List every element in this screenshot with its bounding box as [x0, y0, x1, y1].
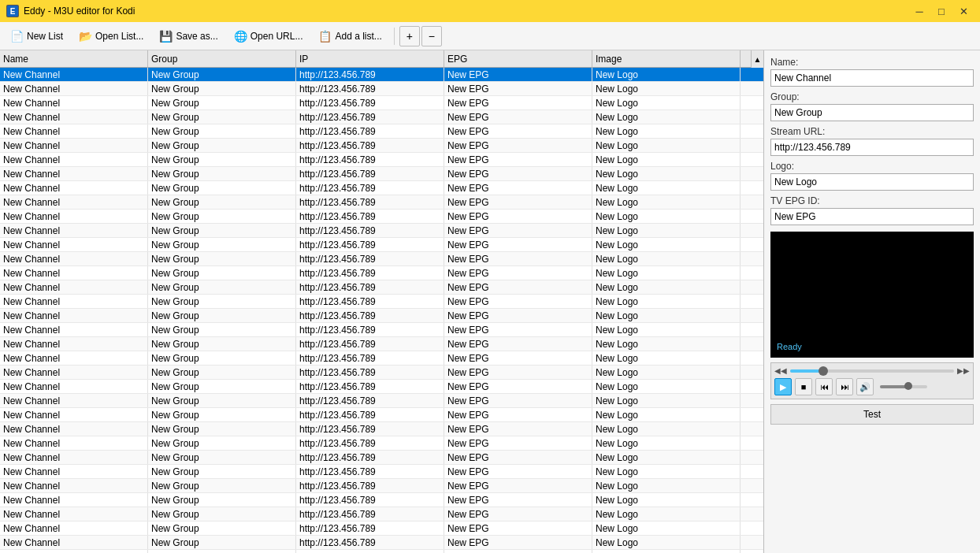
table-cell: New Channel [0, 124, 148, 138]
col-header-name[interactable]: Name [0, 50, 148, 67]
table-cell: New Logo [592, 337, 741, 351]
save-as-button[interactable]: 💾 Save as... [152, 25, 225, 47]
table-row[interactable]: New ChannelNew Grouphttp://123.456.789Ne… [0, 394, 763, 408]
table-cell: New Channel [0, 507, 148, 521]
remove-row-button[interactable]: − [421, 26, 442, 46]
table-row[interactable]: New ChannelNew Grouphttp://123.456.789Ne… [0, 366, 763, 380]
table-row[interactable]: New ChannelNew Grouphttp://123.456.789Ne… [0, 238, 763, 252]
table-cell: New Group [148, 224, 296, 237]
table-row[interactable]: New ChannelNew Grouphttp://123.456.789Ne… [0, 436, 763, 451]
table-row[interactable]: New ChannelNew Grouphttp://123.456.789Ne… [0, 82, 763, 96]
table-row[interactable]: New ChannelNew Grouphttp://123.456.789Ne… [0, 181, 763, 195]
test-button[interactable]: Test [770, 404, 974, 425]
table-cell: New Group [148, 507, 296, 521]
table-row[interactable]: New ChannelNew Grouphttp://123.456.789Ne… [0, 309, 763, 323]
table-row[interactable]: New ChannelNew Grouphttp://123.456.789Ne… [0, 323, 763, 337]
sort-button[interactable]: ▲ [751, 50, 763, 68]
table-row[interactable]: New ChannelNew Grouphttp://123.456.789Ne… [0, 507, 763, 521]
table-row[interactable]: New ChannelNew Grouphttp://123.456.789Ne… [0, 536, 763, 550]
tv-epg-label: TV EPG ID: [770, 195, 974, 206]
new-list-button[interactable]: 📄 New List [3, 25, 70, 47]
table-cell: New Group [148, 422, 296, 436]
stream-url-input[interactable] [770, 139, 974, 156]
group-input[interactable] [770, 104, 974, 121]
add-row-button[interactable]: + [399, 26, 420, 46]
name-input[interactable] [770, 69, 974, 87]
col-header-epg[interactable]: EPG [444, 50, 592, 67]
table-cell: New EPG [444, 451, 592, 464]
table-row[interactable]: New ChannelNew Grouphttp://123.456.789Ne… [0, 521, 763, 536]
table-row[interactable]: New ChannelNew Grouphttp://123.456.789Ne… [0, 210, 763, 224]
table-row[interactable]: New ChannelNew Grouphttp://123.456.789Ne… [0, 280, 763, 295]
table-cell: New Group [148, 493, 296, 507]
table-row[interactable]: New ChannelNew Grouphttp://123.456.789Ne… [0, 550, 763, 553]
table-cell: New Group [148, 280, 296, 294]
table-cell: New EPG [444, 436, 592, 450]
table-row[interactable]: New ChannelNew Grouphttp://123.456.789Ne… [0, 451, 763, 465]
table-cell: New Group [148, 96, 296, 109]
table-cell: New Group [148, 465, 296, 478]
volume-button[interactable]: 🔊 [856, 378, 874, 395]
table-cell: New Logo [592, 252, 741, 265]
add-list-icon: 📋 [318, 30, 332, 43]
progress-track[interactable] [790, 369, 954, 373]
table-row[interactable]: New ChannelNew Grouphttp://123.456.789Ne… [0, 295, 763, 309]
next-button[interactable]: ⏭ [836, 378, 853, 395]
table-cell: New EPG [444, 68, 592, 81]
table-row[interactable]: New ChannelNew Grouphttp://123.456.789Ne… [0, 422, 763, 436]
table-row[interactable]: New ChannelNew Grouphttp://123.456.789Ne… [0, 479, 763, 493]
tv-epg-input[interactable] [770, 208, 974, 225]
table-cell: New Channel [0, 451, 148, 464]
table-cell: New EPG [444, 124, 592, 138]
table-body[interactable]: New ChannelNew Grouphttp://123.456.789Ne… [0, 68, 763, 553]
col-header-ip[interactable]: IP [296, 50, 444, 67]
table-cell: New Channel [0, 266, 148, 280]
table-cell: http://123.456.789 [296, 195, 444, 209]
table-row[interactable]: New ChannelNew Grouphttp://123.456.789Ne… [0, 167, 763, 181]
logo-input[interactable] [770, 173, 974, 191]
table-row[interactable]: New ChannelNew Grouphttp://123.456.789Ne… [0, 139, 763, 153]
table-row[interactable]: New ChannelNew Grouphttp://123.456.789Ne… [0, 465, 763, 479]
col-header-image[interactable]: Image [592, 50, 741, 67]
table-row[interactable]: New ChannelNew Grouphttp://123.456.789Ne… [0, 493, 763, 507]
table-cell: New Group [148, 124, 296, 138]
volume-track[interactable] [880, 385, 927, 388]
table-cell: http://123.456.789 [296, 266, 444, 280]
add-list-button[interactable]: 📋 Add a list... [311, 25, 388, 47]
open-url-button[interactable]: 🌐 Open URL... [227, 25, 310, 47]
minimize-button[interactable]: ─ [909, 3, 930, 19]
table-cell: New Group [148, 167, 296, 180]
table-cell: New EPG [444, 96, 592, 109]
window-controls: ─ □ ✕ [909, 3, 974, 19]
open-list-button[interactable]: 📂 Open List... [72, 25, 150, 47]
table-row[interactable]: New ChannelNew Grouphttp://123.456.789Ne… [0, 96, 763, 110]
table-cell: http://123.456.789 [296, 167, 444, 180]
table-row[interactable]: New ChannelNew Grouphttp://123.456.789Ne… [0, 252, 763, 266]
table-row[interactable]: New ChannelNew Grouphttp://123.456.789Ne… [0, 68, 763, 82]
prev-button[interactable]: ⏮ [815, 378, 833, 395]
table-row[interactable]: New ChannelNew Grouphttp://123.456.789Ne… [0, 153, 763, 167]
table-row[interactable]: New ChannelNew Grouphttp://123.456.789Ne… [0, 380, 763, 394]
play-button[interactable]: ▶ [774, 378, 792, 395]
table-cell: New EPG [444, 82, 592, 95]
table-cell: http://123.456.789 [296, 550, 444, 553]
table-row[interactable]: New ChannelNew Grouphttp://123.456.789Ne… [0, 408, 763, 422]
app-icon: E [6, 5, 19, 17]
table-row[interactable]: New ChannelNew Grouphttp://123.456.789Ne… [0, 224, 763, 238]
table-row[interactable]: New ChannelNew Grouphttp://123.456.789Ne… [0, 266, 763, 280]
table-row[interactable]: New ChannelNew Grouphttp://123.456.789Ne… [0, 124, 763, 139]
table-cell: New EPG [444, 252, 592, 265]
table-cell: New Group [148, 153, 296, 166]
table-cell: http://123.456.789 [296, 238, 444, 251]
table-row[interactable]: New ChannelNew Grouphttp://123.456.789Ne… [0, 337, 763, 351]
stop-button[interactable]: ■ [795, 378, 812, 395]
table-row[interactable]: New ChannelNew Grouphttp://123.456.789Ne… [0, 351, 763, 366]
table-cell: New Channel [0, 195, 148, 209]
table-row[interactable]: New ChannelNew Grouphttp://123.456.789Ne… [0, 195, 763, 210]
close-button[interactable]: ✕ [953, 3, 974, 19]
col-header-group[interactable]: Group [148, 50, 296, 67]
maximize-button[interactable]: □ [931, 3, 952, 19]
progress-bar-area: ◀◀ ▶▶ [774, 366, 970, 375]
stream-url-label: Stream URL: [770, 126, 974, 137]
table-row[interactable]: New ChannelNew Grouphttp://123.456.789Ne… [0, 110, 763, 124]
